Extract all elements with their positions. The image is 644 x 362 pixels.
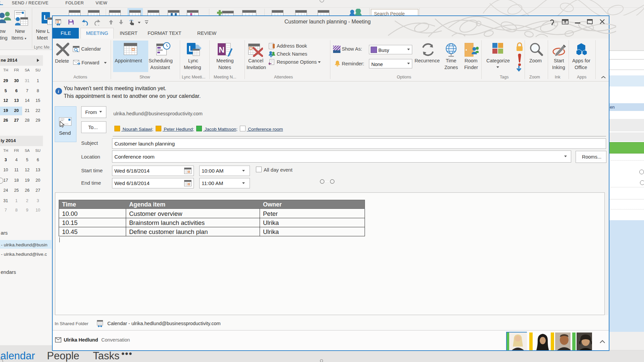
svg-text:L: L	[189, 44, 194, 53]
svg-text:N: N	[219, 45, 224, 54]
